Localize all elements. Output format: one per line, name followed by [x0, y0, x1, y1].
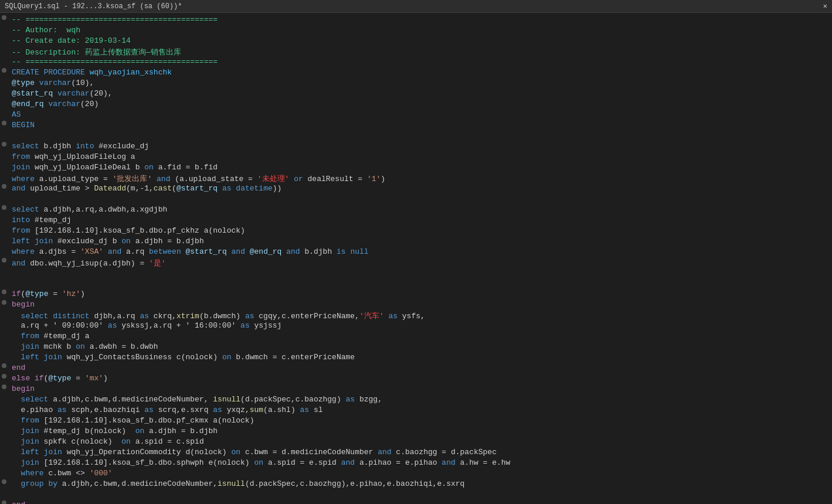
- code-line: into #temp_dj: [0, 216, 832, 226]
- code-token: begin: [12, 300, 35, 309]
- line-gutter: [1, 205, 9, 210]
- code-token: #temp_dj a: [39, 332, 90, 340]
- code-token: join: [12, 437, 39, 446]
- code-token: and: [108, 247, 121, 256]
- code-line: -- =====================================…: [0, 15, 832, 26]
- code-token: select: [12, 142, 39, 151]
- code-line: left join #exclude_dj b on a.djbh = b.dj…: [0, 237, 832, 247]
- code-token: (a.shl): [263, 406, 300, 414]
- code-token: where: [12, 247, 35, 256]
- code-line: [0, 131, 832, 142]
- code-line: [0, 279, 832, 290]
- code-area[interactable]: -- =====================================…: [0, 13, 832, 504]
- code-token: a.pihao = e.pihao: [355, 458, 442, 467]
- code-line: from #temp_dj a: [0, 332, 832, 342]
- code-token: into: [12, 216, 30, 224]
- line-content: begin: [9, 384, 831, 393]
- close-icon[interactable]: ✕: [823, 2, 827, 11]
- line-gutter: [1, 363, 9, 368]
- code-line: select a.djbh,a.rq,a.dwbh,a.xgdjbh: [0, 205, 832, 216]
- code-token: on: [144, 163, 154, 172]
- code-token: between: [149, 247, 181, 256]
- code-line: select b.djbh into #exclude_dj: [0, 142, 832, 152]
- code-token: if: [12, 290, 21, 298]
- code-token: yxqz,: [222, 406, 250, 414]
- code-token: on: [231, 448, 240, 457]
- line-content: @type varchar(10),: [9, 79, 831, 87]
- code-token: and: [286, 247, 300, 256]
- code-token: [85, 68, 90, 77]
- code-token: c.bwm = d.medicineCodeNumber: [240, 448, 378, 457]
- code-line: -- =====================================…: [0, 57, 832, 68]
- code-token: (a.upload_state =: [170, 175, 257, 183]
- line-content: select distinct djbh,a.rq as ckrq,xtrim(…: [9, 311, 831, 321]
- code-line: [0, 490, 832, 500]
- code-token: as: [144, 406, 154, 414]
- code-token: [192.168.1.10].ksoa_sf_b.dbo.pf_ckmx a(n…: [39, 416, 254, 425]
- code-line: select a.djbh,c.bwm,d.medicineCodeNumber…: [0, 395, 832, 406]
- code-line: from [192.168.1.10].ksoa_sf_b.dbo.pf_ckm…: [0, 416, 832, 427]
- code-token: wqh_yj_UploadFileLog a: [30, 152, 135, 161]
- line-content: left join #exclude_dj b on a.djbh = b.dj…: [9, 237, 831, 246]
- code-line: group by a.djbh,c.bwm,d.medicineCodeNumb…: [0, 479, 832, 490]
- code-token: @end_rq: [250, 247, 282, 256]
- code-token: as: [108, 321, 117, 330]
- code-token: ckrq,: [149, 312, 176, 321]
- code-token: on: [121, 237, 131, 246]
- code-token: '汽车': [359, 312, 384, 321]
- line-content: -- Description: 药监上传数据查询—销售出库: [9, 47, 831, 57]
- code-token: (20),: [90, 89, 113, 98]
- code-token: [192.168.1.10].ksoa_sf_b.dbo.sphwph e(no…: [39, 458, 254, 467]
- code-token: a.dwbh = b.dwbh: [85, 342, 158, 351]
- code-token: from: [12, 226, 30, 235]
- code-token: select distinct: [12, 312, 90, 321]
- line-content: select b.djbh into #exclude_dj: [9, 142, 831, 151]
- code-token: (d.packSpec,c.baozhgg): [240, 395, 345, 404]
- code-token: =: [71, 374, 84, 383]
- line-gutter: [1, 500, 9, 504]
- line-content: where a.upload_type = '批发出库' and (a.uplo…: [9, 173, 831, 184]
- line-content: AS: [9, 110, 831, 119]
- code-token: (10),: [71, 79, 94, 87]
- line-content: from [192.168.1.10].ksoa_sf_b.dbo.pf_ckh…: [9, 226, 831, 235]
- code-token: join: [12, 427, 39, 435]
- code-line: begin: [0, 384, 832, 395]
- line-gutter: [1, 68, 9, 73]
- code-token: @type: [48, 374, 71, 383]
- code-token: and: [12, 184, 25, 193]
- code-token: =: [48, 290, 62, 298]
- code-token: a.djbh = b.djbh: [131, 237, 204, 246]
- code-line: [0, 195, 832, 205]
- code-token: scrq,e.sxrq: [154, 406, 213, 414]
- code-token: from: [12, 416, 39, 425]
- code-token: 'mx': [85, 374, 103, 383]
- code-token: into: [76, 142, 94, 151]
- code-token: and: [378, 448, 391, 457]
- code-line: AS: [0, 110, 832, 121]
- code-token: sum: [250, 406, 263, 414]
- code-token: )): [273, 184, 282, 193]
- code-token: AS: [12, 110, 21, 119]
- line-content: [9, 279, 831, 288]
- code-line: from wqh_yj_UploadFileLog a: [0, 152, 832, 163]
- code-token: from: [12, 332, 39, 340]
- code-token: left join: [12, 353, 62, 362]
- line-content: @start_rq varchar(20),: [9, 89, 831, 98]
- line-content: [9, 131, 831, 140]
- code-token: [53, 89, 57, 98]
- code-token: upload_time >: [25, 184, 94, 193]
- line-gutter: [1, 142, 9, 147]
- code-token: ): [381, 175, 385, 183]
- code-token: -- =====================================…: [12, 15, 218, 24]
- line-content: -- Create date: 2019-03-14: [9, 36, 831, 45]
- code-token: ): [80, 290, 85, 298]
- code-token: join: [12, 458, 39, 467]
- code-token: '1': [367, 175, 381, 183]
- line-content: left join wqh_yj_OperationCommodity d(no…: [9, 448, 831, 457]
- line-content: [9, 490, 831, 499]
- code-token: join: [12, 342, 39, 351]
- code-token: b.dwmch = c.enterPriceName: [231, 353, 355, 362]
- code-line: join [192.168.1.10].ksoa_sf_b.dbo.sphwph…: [0, 458, 832, 469]
- code-token: -- Author: wqh: [12, 26, 80, 35]
- line-content: join #temp_dj b(nolock) on a.djbh = b.dj…: [9, 427, 831, 435]
